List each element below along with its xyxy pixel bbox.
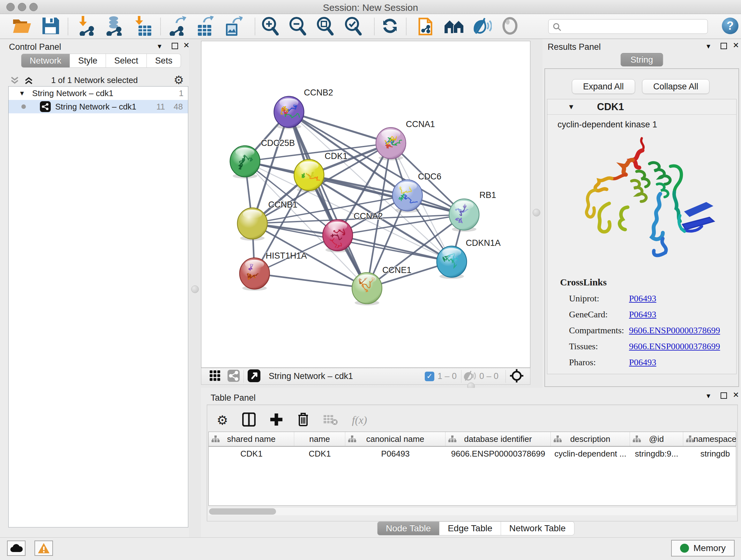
add-column-icon[interactable] xyxy=(270,413,283,428)
help-icon[interactable]: ? xyxy=(721,17,739,36)
table-settings-gear-icon[interactable]: ⚙ xyxy=(217,413,228,428)
search-input[interactable] xyxy=(548,19,708,34)
table-cell[interactable]: stringdb xyxy=(683,447,736,461)
import-table-icon[interactable] xyxy=(134,16,152,37)
network-edge[interactable] xyxy=(338,235,452,262)
crosslink-link[interactable]: 9606.ENSP00000378699 xyxy=(629,325,720,335)
open-session-icon[interactable] xyxy=(12,17,31,36)
expand-all-button[interactable]: Expand All xyxy=(572,79,635,94)
column-header-description[interactable]: description xyxy=(551,432,630,446)
gene-section-header[interactable]: ▼ CDK1 xyxy=(547,99,736,115)
node-table[interactable]: shared namenamecanonical namedatabase id… xyxy=(208,432,736,506)
column-header-database-identifier[interactable]: database identifier xyxy=(446,432,551,446)
zoom-out-icon[interactable] xyxy=(288,16,307,37)
network-node-hist1h1a[interactable]: HIST1H1A xyxy=(240,251,307,291)
zoom-fit-icon[interactable] xyxy=(316,16,334,37)
zoom-selected-icon[interactable] xyxy=(344,16,362,37)
column-header-shared-name[interactable]: shared name xyxy=(209,432,294,446)
tab-sets[interactable]: Sets xyxy=(147,54,181,68)
crosshair-icon[interactable] xyxy=(510,369,524,384)
network-node-cdkn1a[interactable]: CDKN1A xyxy=(437,238,501,279)
column-header-id[interactable]: @id xyxy=(630,432,683,446)
show-columns-icon[interactable] xyxy=(242,413,256,428)
close-panel-icon[interactable]: ✕ xyxy=(733,390,739,399)
cloud-button[interactable] xyxy=(7,541,25,556)
column-label: @id xyxy=(649,434,664,444)
network-canvas[interactable]: CCNB2CCNA1CDC25BCDK1CDC6RB1CCNB1CCNA2CDK… xyxy=(201,41,530,368)
network-collection-row[interactable]: ▼ String Network – cdk1 1 xyxy=(9,86,188,100)
crosslink-label: Tissues: xyxy=(569,341,629,352)
import-network-database-icon[interactable] xyxy=(105,16,124,37)
selected-checkbox-icon[interactable]: ✓ xyxy=(425,372,434,381)
table-cell[interactable]: CDK1 xyxy=(209,447,294,461)
hide-display-icon[interactable] xyxy=(472,17,492,36)
panel-menu-icon[interactable]: ▼ xyxy=(705,43,712,50)
left-splitter[interactable] xyxy=(189,39,201,537)
panel-menu-icon[interactable]: ▼ xyxy=(705,392,712,400)
collapse-all-button[interactable]: Collapse All xyxy=(642,79,710,94)
float-panel-icon[interactable] xyxy=(721,43,727,49)
export-network-icon[interactable] xyxy=(168,16,187,37)
tab-node-table[interactable]: Node Table xyxy=(377,521,440,536)
close-panel-icon[interactable]: ✕ xyxy=(733,41,739,50)
save-session-icon[interactable] xyxy=(42,17,59,36)
float-panel-icon[interactable] xyxy=(172,43,178,49)
show-display-icon[interactable] xyxy=(501,17,519,36)
column-header-canonical-name[interactable]: canonical name xyxy=(345,432,446,446)
float-panel-icon[interactable] xyxy=(721,392,727,399)
table-cell[interactable]: 9606.ENSP00000378699 xyxy=(446,447,551,461)
delete-column-trash-icon[interactable] xyxy=(297,412,309,428)
selected-counts: 1 – 0 xyxy=(437,371,457,381)
network-node-ccna1[interactable]: CCNA1 xyxy=(376,119,435,160)
network-node-cdk1[interactable]: CDK1 xyxy=(294,151,347,192)
table-horizontal-scrollbar[interactable] xyxy=(208,507,736,515)
network-edge[interactable] xyxy=(255,273,367,288)
tab-edge-table[interactable]: Edge Table xyxy=(440,521,501,536)
network-edge[interactable] xyxy=(289,112,391,143)
collapse-caret-icon[interactable]: ▼ xyxy=(568,103,575,111)
network-row[interactable]: String Network – cdk1 11 48 xyxy=(9,100,188,113)
tab-network-table[interactable]: Network Table xyxy=(501,521,575,536)
tab-string[interactable]: String xyxy=(621,53,663,66)
panel-menu-icon[interactable]: ▼ xyxy=(156,43,163,50)
delete-table-icon[interactable] xyxy=(323,414,338,427)
zoom-in-icon[interactable] xyxy=(261,16,279,37)
function-builder-icon[interactable]: f(x) xyxy=(352,414,367,426)
column-header-namespace[interactable]: namespace xyxy=(683,432,736,446)
share-view-icon[interactable] xyxy=(227,370,240,383)
home-icon[interactable] xyxy=(444,17,465,36)
right-splitter[interactable] xyxy=(530,39,542,388)
refresh-icon[interactable] xyxy=(381,17,399,37)
collapse-caret-icon[interactable]: ▼ xyxy=(19,90,25,97)
column-header-name[interactable]: name xyxy=(294,432,345,446)
export-image-icon[interactable] xyxy=(223,16,243,37)
table-cell[interactable]: P06493 xyxy=(345,447,446,461)
tab-select[interactable]: Select xyxy=(106,54,147,68)
network-node-rb1[interactable]: RB1 xyxy=(449,190,496,232)
string-document-icon[interactable] xyxy=(416,16,434,37)
crosslink-link[interactable]: 9606.ENSP00000378699 xyxy=(629,341,720,352)
export-table-icon[interactable] xyxy=(195,16,214,37)
crosslink-link[interactable]: P06493 xyxy=(629,357,657,368)
bottom-splitter[interactable] xyxy=(201,385,530,388)
scrollbar-thumb[interactable] xyxy=(209,508,276,515)
birdseye-view-icon[interactable] xyxy=(248,369,260,383)
network-node-ccnb1[interactable]: CCNB1 xyxy=(238,200,297,241)
table-cell[interactable]: CDK1 xyxy=(294,447,345,461)
tab-network[interactable]: Network xyxy=(21,54,70,68)
network-node-cdc25b[interactable]: CDC25B xyxy=(230,138,295,179)
tab-style[interactable]: Style xyxy=(70,54,106,68)
network-node-ccne1[interactable]: CCNE1 xyxy=(352,265,411,306)
crosslink-link[interactable]: P06493 xyxy=(629,294,657,304)
table-cell[interactable]: stringdb:9... xyxy=(630,447,683,461)
warning-button[interactable] xyxy=(35,541,53,556)
gear-icon[interactable]: ⚙ xyxy=(174,73,184,87)
grid-view-icon[interactable] xyxy=(210,370,220,382)
import-network-file-icon[interactable] xyxy=(77,16,96,37)
table-row[interactable]: CDK1CDK1P064939606.ENSP00000378699cyclin… xyxy=(209,447,736,461)
memory-button[interactable]: Memory xyxy=(671,540,735,557)
hidden-eye-icon[interactable] xyxy=(463,370,476,382)
table-cell[interactable]: cyclin-dependent ... xyxy=(551,447,630,461)
crosslink-label: Uniprot: xyxy=(569,294,629,304)
crosslink-link[interactable]: P06493 xyxy=(629,309,657,320)
